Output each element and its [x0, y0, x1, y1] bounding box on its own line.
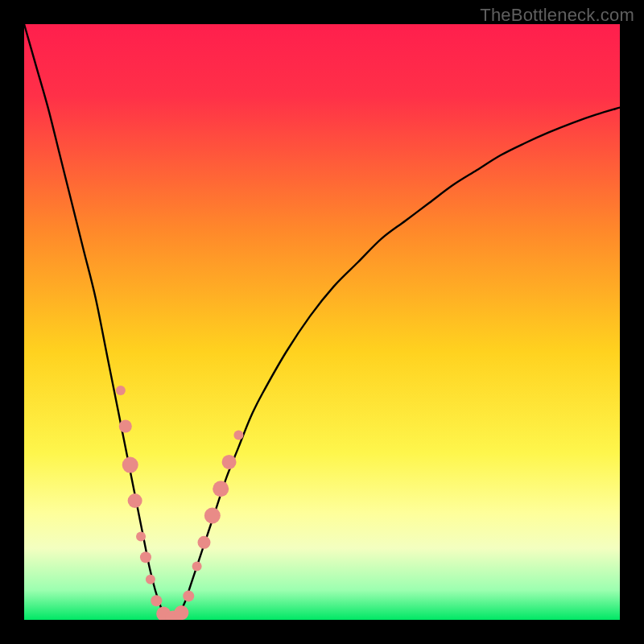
svg-rect-0 — [24, 24, 620, 620]
watermark-text: TheBottleneck.com — [480, 5, 634, 26]
plot-area — [24, 24, 620, 620]
chart-frame: TheBottleneck.com — [0, 0, 644, 644]
gradient-background — [24, 24, 620, 620]
